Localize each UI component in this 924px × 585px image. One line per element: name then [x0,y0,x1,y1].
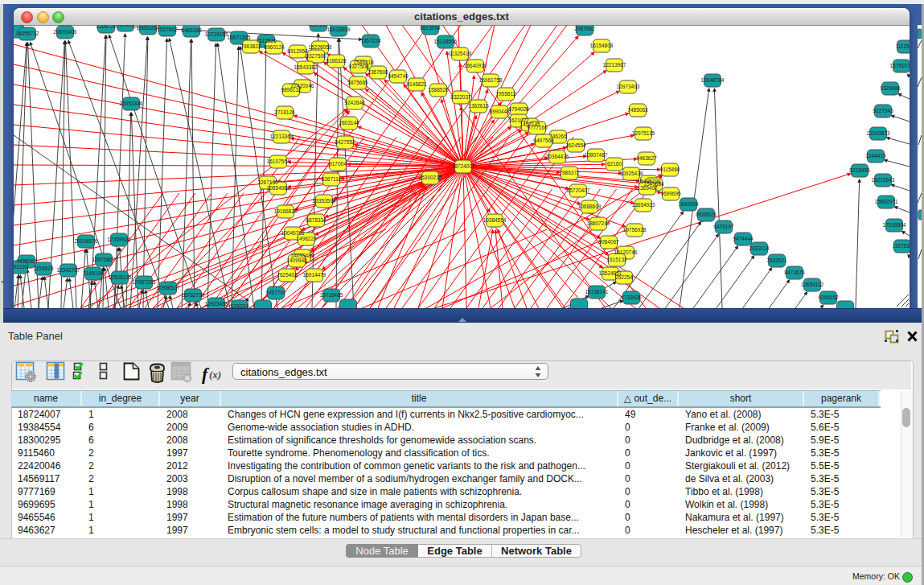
svg-text:12342757: 12342757 [57,267,80,273]
svg-text:15751074: 15751074 [890,63,910,68]
svg-text:12213967: 12213967 [603,62,626,68]
svg-text:10973493: 10973493 [617,84,640,89]
svg-text:1145194: 1145194 [84,270,104,276]
svg-text:1640954: 1640954 [678,201,699,207]
svg-text:11325419: 11325419 [449,51,472,56]
svg-text:10654112: 10654112 [801,282,824,287]
svg-text:8990448: 8990448 [489,109,510,114]
svg-text:18724007: 18724007 [452,163,475,169]
svg-text:8267110: 8267110 [322,176,342,182]
svg-text:16543382: 16543382 [294,64,318,70]
svg-text:12213369: 12213369 [270,134,294,139]
svg-text:6479197: 6479197 [713,224,734,229]
svg-text:15716485: 15716485 [320,292,343,298]
svg-text:8471676: 8471676 [784,270,805,275]
svg-text:2933114: 2933114 [749,245,770,251]
svg-text:5875685: 5875685 [347,80,368,85]
svg-text:10958107: 10958107 [157,285,180,290]
svg-text:10807487: 10807487 [585,152,608,158]
svg-text:13353594: 13353594 [313,198,336,204]
svg-text:1588520: 1588520 [428,87,449,93]
svg-text:12975115: 12975115 [632,130,655,136]
svg-text:8613054: 8613054 [420,25,441,31]
svg-text:19384554: 19384554 [483,217,507,223]
svg-text:16210643: 16210643 [872,177,895,183]
svg-text:2718126: 2718126 [274,109,295,115]
svg-text:1167533: 1167533 [893,243,910,249]
svg-text:9242848: 9242848 [344,100,365,105]
svg-text:10688609: 10688609 [578,204,602,209]
svg-text:7986372: 7986372 [559,170,580,175]
svg-text:16961758: 16961758 [479,77,503,83]
svg-text:252254: 252254 [615,274,633,280]
svg-text:16120746: 16120746 [614,249,638,255]
svg-text:20691406: 20691406 [54,29,77,35]
svg-text:62160: 62160 [607,161,622,167]
svg-text:1112576: 1112576 [896,43,910,49]
svg-text:13654923: 13654923 [632,202,655,208]
svg-text:9329966: 9329966 [880,85,901,91]
svg-text:1498222: 1498222 [296,236,317,241]
svg-text:25300215: 25300215 [419,175,442,180]
svg-text:20206576: 20206576 [75,238,98,244]
svg-text:3267130: 3267130 [257,179,278,185]
svg-text:9327508: 9327508 [348,64,369,69]
svg-text:1069617: 1069617 [308,25,329,27]
svg-text:6466160: 6466160 [181,27,202,33]
svg-text:7485063: 7485063 [627,107,648,113]
svg-text:2105729: 2105729 [96,25,117,29]
svg-text:(x): (x) [209,369,221,381]
svg-text:9457791: 9457791 [265,290,286,295]
svg-text:9115460: 9115460 [660,167,680,172]
svg-text:391190: 391190 [14,264,28,270]
svg-text:9474444: 9474444 [733,236,754,241]
svg-text:9227343: 9227343 [873,108,893,113]
svg-text:7357224: 7357224 [360,38,381,43]
svg-text:10719155: 10719155 [205,31,228,37]
svg-text:10648784: 10648784 [701,77,725,83]
svg-text:9463627: 9463627 [636,155,657,161]
svg-text:12093873: 12093873 [867,130,890,136]
svg-text:8878334: 8878334 [306,217,326,223]
svg-text:9084067: 9084067 [598,239,619,245]
svg-text:15226058: 15226058 [309,44,332,50]
svg-text:2367608: 2367608 [368,69,388,75]
svg-text:17957255: 17957255 [133,279,156,285]
svg-text:8912954: 8912954 [287,48,308,54]
svg-text:15692971: 15692971 [875,199,898,204]
svg-text:16782759: 16782759 [182,292,205,298]
svg-text:7515526: 7515526 [256,38,277,43]
svg-text:9435061: 9435061 [16,258,37,264]
svg-text:6497568: 6497568 [533,138,554,143]
svg-text:8938923: 8938923 [696,212,717,217]
svg-text:16107554: 16107554 [267,159,290,164]
svg-text:10854984: 10854984 [267,185,290,191]
svg-text:7632621: 7632621 [766,257,787,263]
svg-text:16033809: 16033809 [327,27,351,32]
svg-text:2087682: 2087682 [574,26,595,31]
svg-text:1527602: 1527602 [157,27,178,32]
svg-text:1733426: 1733426 [621,295,642,300]
svg-text:9146821: 9146821 [406,81,427,87]
svg-text:8322037: 8322037 [450,94,471,100]
svg-text:20364436: 20364436 [546,154,569,159]
svg-text:16671355: 16671355 [228,35,251,40]
svg-text:13975867: 13975867 [92,257,116,262]
svg-text:9327500: 9327500 [306,53,326,59]
svg-text:26053346: 26053346 [120,101,143,106]
svg-text:1156829: 1156829 [34,266,54,271]
svg-text:8186328: 8186328 [326,58,347,64]
svg-text:15218506: 15218506 [434,39,458,44]
svg-text:12923468: 12923468 [205,301,228,307]
svg-text:1615132: 1615132 [606,257,627,262]
svg-text:16640910: 16640910 [464,63,487,68]
svg-text:17359926: 17359926 [108,237,131,242]
svg-text:1409948: 1409948 [286,257,307,263]
svg-text:15136141: 15136141 [585,289,609,295]
svg-text:15720407: 15720407 [567,187,590,193]
svg-text:8960124: 8960124 [264,44,285,50]
svg-text:1244415: 1244415 [865,153,886,159]
svg-text:8454749: 8454749 [388,73,409,79]
svg-text:14055712: 14055712 [16,31,39,36]
svg-text:12505135: 12505135 [109,274,132,280]
